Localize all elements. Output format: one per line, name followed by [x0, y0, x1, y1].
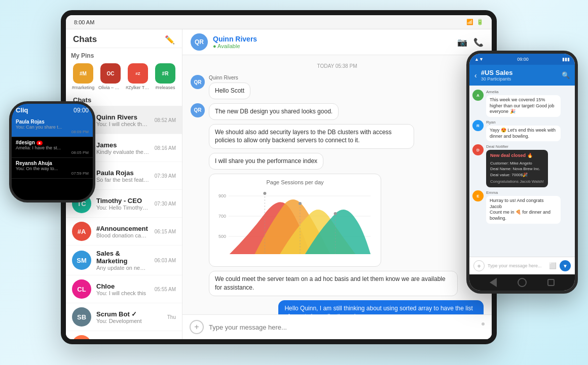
phone-screen: ▲▼ 09:00 ▮▮▮ ‹ #US Sales 30 Participants… [469, 54, 575, 291]
tablet-status-icons: 📶 🔋 [466, 19, 484, 25]
phone-channel-info: #US Sales 30 Participants [481, 69, 558, 82]
watch-chat-preview: Amelia: I have the st... [16, 145, 89, 150]
chat-info: Quinn Rivers You: I will check the serve… [96, 113, 150, 127]
chat-meta: Thu [167, 314, 176, 320]
pin-item[interactable]: #R #releases [153, 63, 177, 90]
pin-avatar: OC [100, 63, 121, 84]
chat-header-name: Quinn Rivers [213, 35, 452, 43]
chat-name: James [96, 141, 150, 149]
phone-msg-sender: Deal Notifier [486, 144, 548, 149]
pin-item[interactable]: OC Olivia – Content... [98, 63, 123, 90]
phone-icon[interactable]: 📞 [473, 37, 484, 47]
chat-preview: You: I will check the server tea... [96, 121, 150, 127]
phone-msg-body: Emma Hurray to us! And congrats JacobCou… [486, 190, 561, 224]
watch-chat-preview: You: Can you share t... [16, 125, 89, 130]
watch-chat-name: Paula Rojas [16, 119, 89, 125]
video-camera-icon[interactable]: 📷 [457, 37, 467, 47]
pins-row: #M #marketing OC Olivia – Content... #Z … [71, 63, 177, 90]
watch-screen: Cliq 09:00 Paula Rojas You: Can you shar… [12, 104, 93, 200]
phone-send-button[interactable]: ▼ [560, 260, 571, 271]
svg-text:700: 700 [218, 214, 226, 219]
edit-icon[interactable]: ✏️ [165, 35, 175, 45]
phone-participants: 30 Participants [481, 76, 558, 82]
tablet: 8:00 AM 📶 🔋 Chats ✏️ My Pins #M #marketi… [61, 10, 497, 344]
input-bar: + [182, 314, 492, 339]
pin-label: Olivia – Content... [98, 85, 123, 90]
recent-nav-button[interactable] [547, 279, 555, 286]
chat-time: 05:55 AM [155, 287, 176, 292]
svg-point-9 [299, 202, 302, 205]
watch-chat-item[interactable]: Reyansh Ahuja You: On the way to... 07:5… [12, 158, 93, 179]
chat-time: 08:16 AM [155, 145, 176, 151]
message-row: QR We should also add security layers to… [191, 124, 484, 149]
chat-item-taz[interactable]: TZ Taz ✓ Thu [66, 331, 182, 339]
message-row: QR The new DB design you shared looks go… [191, 103, 484, 120]
pin-item[interactable]: #M #marketing [71, 63, 95, 90]
phone-messages: A Amelia This week we covered 15% higher… [469, 86, 575, 257]
phone-battery: ▮▮▮ [562, 57, 570, 62]
my-pins-section: My Pins #M #marketing OC Olivia – Conten… [66, 48, 182, 94]
pin-item[interactable]: #Z #Zylker Travel We... [126, 63, 150, 90]
watch-chat-preview: You: On the way to... [16, 166, 89, 171]
chat-meta: 08:16 AM [155, 145, 176, 151]
phone-input-bar: + Type your message here... ⬜ ▼ [469, 257, 575, 274]
chat-time: 08:52 AM [155, 117, 176, 123]
watch-time: 09:00 [74, 107, 89, 114]
message-row-outgoing: Hello Quinn, I am still thinking about u… [191, 300, 484, 314]
message-sender: Quinn Rivers [209, 75, 250, 80]
watch-chat-list: Paula Rojas You: Can you share t... 08:0… [12, 116, 93, 200]
chat-meta: 05:55 AM [155, 287, 176, 292]
back-nav-button[interactable] [490, 278, 497, 287]
chat-info: James Kindly evaluate the message ... [96, 141, 150, 155]
phone-message-row: R Ryan Yayy 😍 Let's end this week with d… [472, 120, 572, 141]
phone-message-input[interactable]: Type your message here... [488, 263, 546, 268]
phone-add-button[interactable]: + [473, 260, 485, 271]
chat-preview: Kindly evaluate the message ... [96, 149, 150, 155]
chat-info: Timothy - CEO You: Hello Timothy , I am … [96, 197, 150, 211]
chat-preview: You: I will check this [96, 290, 150, 296]
smartwatch: Cliq 09:00 Paula Rojas You: Can you shar… [9, 101, 95, 202]
chat-name: Paula Rojas [96, 169, 150, 177]
phone-msg-bubble: Hurray to us! And congrats JacobCount me… [486, 196, 561, 224]
chat-item-scrumbot[interactable]: SB Scrum Bot ✓ You: Development Thu [66, 303, 182, 331]
watch-chat-item[interactable]: #design ● Amelia: I have the st... 08:05… [12, 137, 93, 158]
back-icon[interactable]: ‹ [474, 71, 477, 79]
chat-name: Chloe [96, 282, 150, 290]
phone-emoji-icon[interactable]: ⬜ [549, 262, 557, 269]
chat-item-announcement[interactable]: #A #Announcement Blood donation camp- th… [66, 218, 182, 246]
chat-name: Quinn Rivers [96, 113, 150, 121]
tablet-status-bar: 8:00 AM 📶 🔋 [66, 15, 492, 29]
phone-msg-sender: Emma [486, 190, 561, 195]
pin-avatar: #M [73, 63, 93, 84]
message-avatar: QR [191, 103, 205, 117]
chat-item-sales[interactable]: SM Sales & Marketing Any update on new l… [66, 246, 182, 275]
home-nav-button[interactable] [518, 278, 527, 287]
watch-chat-item[interactable]: Paula Rojas You: Can you share t... 08:0… [12, 116, 93, 137]
chat-time: Thu [167, 314, 176, 320]
phone-msg-body: Ryan Yayy 😍 Let's end this week with din… [486, 120, 561, 141]
wifi-icon: 📶 [466, 19, 473, 25]
svg-text:900: 900 [218, 193, 226, 198]
phone-time: 09:00 [517, 57, 529, 62]
message-row: QR We could meet the server team on a ad… [191, 271, 484, 296]
add-attachment-button[interactable]: + [190, 320, 204, 334]
chat-header-status: Available [213, 43, 452, 49]
my-pins-label: My Pins [71, 52, 177, 59]
chat-item-chloe[interactable]: CL Chloe You: I will check this 05:55 AM [66, 275, 182, 303]
tablet-time: 8:00 AM [74, 19, 94, 25]
phone-msg-sender: Amelia [486, 90, 561, 94]
message-content: Quinn Rivers Hello Scott [209, 75, 250, 99]
tablet-content: Chats ✏️ My Pins #M #marketing OC Olivia… [66, 29, 492, 339]
chat-preview: Any update on new leads? Ke... [96, 265, 150, 271]
message-bubble: We should also add security layers to th… [209, 124, 414, 149]
chat-header-avatar: QR [191, 33, 208, 51]
chat-preview: Blood donation camp- this w... [96, 232, 150, 238]
message-content: I will share you the performance index [209, 153, 323, 170]
message-input[interactable] [209, 323, 476, 331]
chat-avatar: SB [72, 307, 91, 327]
phone-search-icon[interactable]: 🔍 [562, 71, 570, 79]
svg-text:500: 500 [218, 234, 226, 239]
chat-time: 07:30 AM [155, 201, 176, 207]
chat-header: QR Quinn Rivers Available 📷 📞 [182, 29, 492, 55]
watch-chat-time: 07:59 PM [16, 171, 89, 176]
